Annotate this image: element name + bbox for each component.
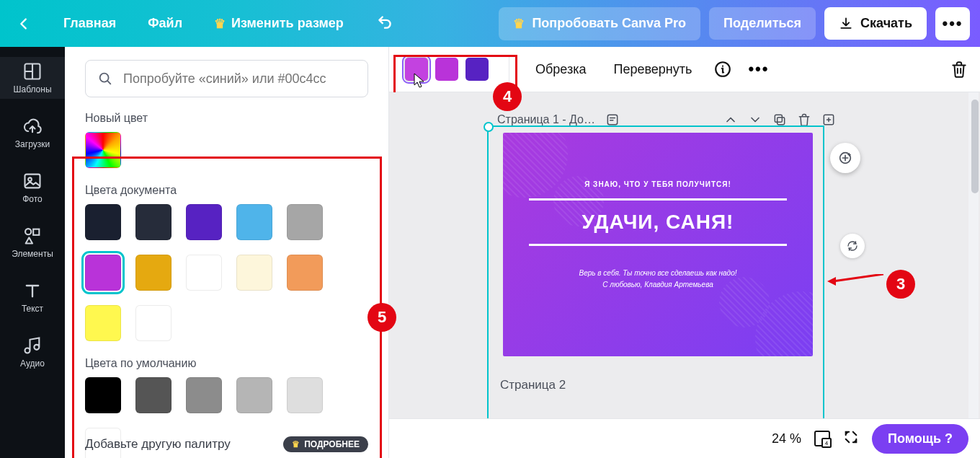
help-button[interactable]: Помощь ? — [872, 424, 968, 454]
back-button[interactable] — [10, 12, 37, 36]
more-options-button[interactable]: ••• — [748, 60, 769, 79]
doc-swatch[interactable] — [135, 305, 172, 341]
more-button[interactable]: ••• — [935, 7, 970, 40]
color-search-input[interactable] — [123, 71, 356, 87]
upload-icon — [22, 116, 43, 136]
topbar-left: Главная Файл ♛ Изменить размер — [10, 8, 400, 39]
crop-button[interactable]: Обрезка — [530, 58, 592, 82]
divider — [529, 244, 787, 246]
doc-swatch[interactable] — [135, 255, 172, 291]
svg-point-3 — [25, 229, 31, 234]
download-icon — [839, 17, 853, 31]
color-picker-swatch[interactable] — [85, 132, 121, 168]
left-rail: Шаблоны Загрузки Фото Элементы Текст Ауд… — [0, 47, 65, 458]
color-search[interactable] — [85, 60, 368, 97]
doc-swatch[interactable] — [85, 255, 121, 291]
default-swatch[interactable] — [236, 377, 272, 413]
scrollbar-thumb[interactable] — [971, 100, 979, 193]
card-title: УДАЧИ, САНЯ! — [529, 211, 787, 234]
doc-swatch[interactable] — [85, 305, 121, 341]
home-menu[interactable]: Главная — [58, 12, 122, 35]
rail-photo[interactable]: Фото — [0, 167, 65, 208]
rail-elements[interactable]: Элементы — [0, 221, 65, 263]
main-body: Шаблоны Загрузки Фото Элементы Текст Ауд… — [0, 47, 980, 458]
doc-swatch[interactable] — [287, 255, 323, 291]
svg-rect-9 — [775, 115, 782, 122]
context-toolbar: Обрезка Перевернуть ••• — [389, 47, 980, 92]
default-swatch[interactable] — [287, 377, 323, 413]
notes-icon[interactable] — [605, 113, 620, 127]
resize-handle[interactable] — [484, 122, 494, 132]
page-up-icon[interactable] — [723, 113, 738, 127]
page-down-icon[interactable] — [748, 113, 762, 127]
flip-button[interactable]: Перевернуть — [607, 58, 698, 82]
pages-indicator[interactable]: 4 — [814, 431, 830, 446]
card-content: Я ЗНАЮ, ЧТО У ТЕБЯ ПОЛУЧИТСЯ! УДАЧИ, САН… — [529, 180, 787, 291]
download-button[interactable]: Скачать — [824, 7, 927, 40]
card-subtitle-1: Я ЗНАЮ, ЧТО У ТЕБЯ ПОЛУЧИТСЯ! — [529, 180, 787, 188]
rail-uploads[interactable]: Загрузки — [0, 112, 65, 154]
page-2-title[interactable]: Страница 2 — [500, 378, 566, 392]
default-swatch[interactable] — [135, 377, 172, 413]
doc-colors-label: Цвета документа — [85, 184, 368, 197]
doc-swatch[interactable] — [186, 255, 222, 291]
doc-swatch[interactable] — [287, 204, 323, 240]
annotation-arrow-3 — [827, 274, 885, 289]
top-bar: Главная Файл ♛ Изменить размер ♛ Попробо… — [0, 0, 980, 47]
divider — [529, 198, 787, 201]
canvas-area[interactable]: Страница 1 - До… Я ЗНАЮ, ЧТО У ТЕБЯ ПО — [389, 92, 980, 458]
editor-column: Обрезка Перевернуть ••• Страница 1 - До… — [389, 47, 980, 458]
undo-icon — [375, 12, 394, 35]
rail-audio[interactable]: Аудио — [0, 331, 65, 373]
fullscreen-button[interactable] — [843, 429, 859, 448]
duplicate-icon[interactable] — [772, 113, 787, 127]
share-button[interactable]: Поделиться — [709, 7, 816, 40]
default-swatch[interactable] — [85, 377, 121, 413]
info-icon[interactable] — [713, 60, 732, 79]
svg-line-12 — [833, 274, 883, 281]
ctx-swatch-0[interactable] — [405, 58, 428, 81]
add-palette-text[interactable]: Добавьте другую палитру — [85, 437, 231, 452]
color-panel: Новый цвет Цвета документа Цвета по умол… — [65, 47, 389, 458]
page-1: Страница 1 - До… Я ЗНАЮ, ЧТО У ТЕБЯ ПО — [497, 113, 836, 356]
rotate-badge[interactable] — [840, 234, 865, 258]
rail-text[interactable]: Текст — [0, 276, 65, 318]
zoom-level[interactable]: 24 % — [772, 431, 801, 446]
doc-swatch[interactable] — [236, 204, 272, 240]
doc-swatch[interactable] — [135, 204, 172, 240]
crown-icon: ♛ — [214, 16, 226, 32]
file-menu[interactable]: Файл — [142, 12, 188, 35]
panel-bottom: Добавьте другую палитру ♛ ПОДРОБНЕЕ — [85, 436, 368, 452]
rail-templates[interactable]: Шаблоны — [0, 57, 65, 99]
new-color-label: Новый цвет — [85, 112, 368, 125]
resize-menu[interactable]: ♛ Изменить размер — [208, 12, 349, 36]
crown-icon: ♛ — [292, 439, 300, 449]
audio-icon — [22, 335, 43, 356]
try-pro-button[interactable]: ♛ Попробовать Canva Pro — [499, 7, 700, 40]
ctx-swatch-1[interactable] — [435, 58, 458, 81]
fullscreen-icon — [843, 429, 859, 445]
chevron-left-icon — [16, 16, 32, 32]
search-icon — [97, 71, 113, 87]
default-swatch[interactable] — [186, 377, 222, 413]
delete-page-icon[interactable] — [797, 113, 811, 127]
text-icon — [22, 281, 43, 301]
doc-swatch[interactable] — [186, 204, 222, 240]
selected-colors — [401, 58, 489, 81]
floating-add-button[interactable] — [830, 143, 860, 173]
ctx-swatch-2[interactable] — [466, 58, 489, 81]
doc-swatch[interactable] — [85, 204, 121, 240]
doc-swatch[interactable] — [236, 255, 272, 291]
add-page-icon[interactable] — [821, 113, 836, 127]
templates-icon — [22, 61, 43, 82]
page-1-title[interactable]: Страница 1 - До… — [497, 113, 595, 126]
page-1-card[interactable]: Я ЗНАЮ, ЧТО У ТЕБЯ ПОЛУЧИТСЯ! УДАЧИ, САН… — [503, 133, 813, 356]
page-1-header: Страница 1 - До… — [497, 113, 836, 127]
plus-sparkle-icon — [837, 150, 853, 166]
undo-button[interactable] — [370, 8, 400, 39]
more-pill[interactable]: ♛ ПОДРОБНЕЕ — [283, 436, 368, 452]
svg-rect-8 — [778, 118, 785, 125]
trash-icon[interactable] — [950, 60, 968, 79]
topbar-right: ♛ Попробовать Canva Pro Поделиться Скача… — [499, 7, 970, 40]
crown-icon: ♛ — [513, 16, 525, 32]
